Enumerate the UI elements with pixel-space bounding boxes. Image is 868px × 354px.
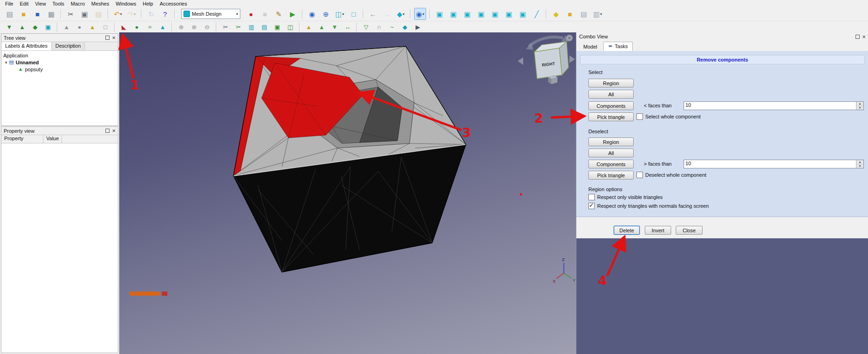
menu-item[interactable]: View <box>32 1 49 6</box>
tab-labels-attributes[interactable]: Labels & Attributes <box>1 42 52 50</box>
draw-style-icon[interactable]: ◫▾ <box>334 8 346 20</box>
smooth-mesh-icon[interactable]: ≈▾ <box>144 22 155 33</box>
merge-mesh-icon[interactable]: ▣▾ <box>272 22 283 33</box>
zoom-fit-icon[interactable]: ◉▾ <box>306 8 318 20</box>
undo-icon[interactable]: ↶▾ <box>112 8 124 20</box>
scale-mesh-icon[interactable]: ↔▾ <box>342 22 353 33</box>
view-rear-icon[interactable]: ▣▾ <box>489 8 501 20</box>
mesh-boundary-icon[interactable]: □▾ <box>100 22 111 33</box>
smoothing-icon[interactable]: ~▾ <box>386 22 397 33</box>
macro-stop-icon[interactable]: ■▾ <box>259 8 271 20</box>
float-panel-icon[interactable] <box>105 129 110 133</box>
deselect-all-button[interactable]: All <box>588 149 634 157</box>
select-region-button[interactable]: Region <box>588 79 634 87</box>
deselect-region-button[interactable]: Region <box>588 137 634 146</box>
expand-caret-icon[interactable]: ▾ <box>5 60 7 65</box>
menu-item[interactable]: Macro <box>67 1 88 6</box>
select-box-icon[interactable]: □▾ <box>348 8 360 20</box>
view-top-icon[interactable]: ▣▾ <box>461 8 473 20</box>
value-column-header[interactable]: Value <box>43 135 62 143</box>
navigation-cube[interactable]: RIGHT <box>518 35 575 84</box>
fill-holes-icon[interactable]: ●▾ <box>131 22 142 33</box>
mesh-from-shape-icon[interactable]: ◆▾ <box>30 22 41 33</box>
close-panel-icon[interactable]: × <box>112 128 116 134</box>
deselect-components-button[interactable]: Components <box>588 160 634 168</box>
spin-down-icon[interactable]: ▼ <box>856 164 863 168</box>
combo-view-titlebar[interactable]: Combo View × <box>576 32 868 41</box>
mesh-analyze-icon[interactable]: ▲▾ <box>61 22 72 33</box>
close-panel-icon[interactable]: × <box>862 34 866 40</box>
zoom-selection-icon[interactable]: ⊕▾ <box>320 8 332 20</box>
cursor-tool-icon[interactable]: ▶▾ <box>412 22 423 33</box>
spin-down-icon[interactable]: ▼ <box>856 106 863 110</box>
checkbox-box[interactable] <box>588 194 595 200</box>
delete-button[interactable]: Delete <box>614 226 640 235</box>
measure-distance-icon[interactable]: ╱▾ <box>531 8 543 20</box>
tree-view-titlebar[interactable]: Tree view × <box>1 34 118 42</box>
toolbar-button[interactable]: ▾ <box>546 9 547 19</box>
view-left-icon[interactable]: ▣▾ <box>517 8 529 20</box>
view-front-icon[interactable]: ▣▾ <box>447 8 459 20</box>
view-axonometric-icon[interactable]: ▣▾ <box>434 8 446 20</box>
texture-mapping-icon[interactable]: ■▾ <box>564 8 576 20</box>
view-right-icon[interactable]: ▣▾ <box>475 8 487 20</box>
float-panel-icon[interactable] <box>856 35 860 39</box>
save-icon[interactable]: ■▾ <box>31 8 43 20</box>
mesh-import-icon[interactable]: ▼▾ <box>4 22 15 33</box>
split-mesh-icon[interactable]: ◫▾ <box>285 22 296 33</box>
clipping-plane-icon[interactable]: ◆▾ <box>550 8 562 20</box>
boolean-union-icon[interactable]: ⊕▾ <box>176 22 187 33</box>
float-panel-icon[interactable] <box>105 36 110 40</box>
spin-up-icon[interactable]: ▲ <box>856 160 863 164</box>
checkbox-box[interactable] <box>636 113 643 120</box>
tab-tasks[interactable]: ✒ Tasks <box>603 42 633 51</box>
boolean-difference-icon[interactable]: ⊖▾ <box>202 22 213 33</box>
tree-root-application[interactable]: Application <box>1 52 118 59</box>
menu-item[interactable]: Help <box>140 1 157 6</box>
toolbar-button[interactable]: ▾ <box>363 9 364 19</box>
menu-item[interactable]: Accessories <box>156 1 190 6</box>
select-components-button[interactable]: Components <box>588 101 634 110</box>
invert-button[interactable]: Invert <box>645 226 671 235</box>
workbench-selector[interactable]: Mesh Design ▾ <box>181 9 240 19</box>
respect-normals-facing-screen-checkbox[interactable]: Respect only triangles with normals faci… <box>588 203 709 209</box>
select-pick-triangle-button[interactable]: Pick triangle <box>588 112 634 121</box>
decimate-icon[interactable]: ▽▾ <box>361 22 372 33</box>
select-all-button[interactable]: All <box>588 90 634 99</box>
redo-icon[interactable]: ↷▾ <box>126 8 138 20</box>
remove-components-icon[interactable]: ◣▾ <box>118 22 129 33</box>
toolbar-button[interactable]: ▾ <box>356 23 357 32</box>
menu-item[interactable]: Windows <box>112 1 140 6</box>
select-whole-component-checkbox[interactable]: Select whole component <box>636 113 701 120</box>
toolbar-button[interactable]: ▾ <box>410 9 411 19</box>
view-bottom-icon[interactable]: ▣▾ <box>503 8 515 20</box>
print-icon[interactable]: ▦▾ <box>45 8 57 20</box>
tab-description[interactable]: Description <box>52 42 85 50</box>
toolbar-button[interactable]: ▾ <box>302 9 303 19</box>
boolean-intersection-icon[interactable]: ⊗▾ <box>189 22 200 33</box>
toolbar-button[interactable]: ▾ <box>171 23 172 32</box>
mesh-info-icon[interactable]: ▲▾ <box>87 22 98 33</box>
toolbar-button[interactable]: ▾ <box>57 23 58 32</box>
close-button[interactable]: Close <box>676 226 703 235</box>
trim-mesh-icon[interactable]: ✂▾ <box>220 22 231 33</box>
flip-normals-icon[interactable]: ▼▾ <box>329 22 340 33</box>
mesh-curvature-icon[interactable]: ●▾ <box>74 22 85 33</box>
checkbox-box[interactable] <box>588 203 595 209</box>
toolbar-button[interactable]: ▾ <box>61 9 61 19</box>
property-view-titlebar[interactable]: Property view × <box>1 127 118 135</box>
mesh-object[interactable] <box>233 46 466 272</box>
property-column-header[interactable]: Property <box>1 135 43 143</box>
mesh-export-icon[interactable]: ▲▾ <box>17 22 28 33</box>
deselect-whole-component-checkbox[interactable]: Deselect whole component <box>636 172 706 178</box>
menu-item[interactable]: Tools <box>49 1 67 6</box>
toolbar-button[interactable]: ▾ <box>141 9 142 19</box>
checkbox-box[interactable] <box>636 172 643 178</box>
harmonize-normals-icon[interactable]: ▲▾ <box>316 22 327 33</box>
share-view-icon[interactable]: ▥▾ <box>592 8 604 20</box>
section-mesh-icon[interactable]: ▥▾ <box>246 22 257 33</box>
respect-visible-triangles-checkbox[interactable]: Respect only visible triangles <box>588 194 663 200</box>
refine-mesh-icon[interactable]: ▲▾ <box>157 22 168 33</box>
segmentation-icon[interactable]: ◆▾ <box>399 22 410 33</box>
close-panel-icon[interactable]: × <box>112 35 116 41</box>
